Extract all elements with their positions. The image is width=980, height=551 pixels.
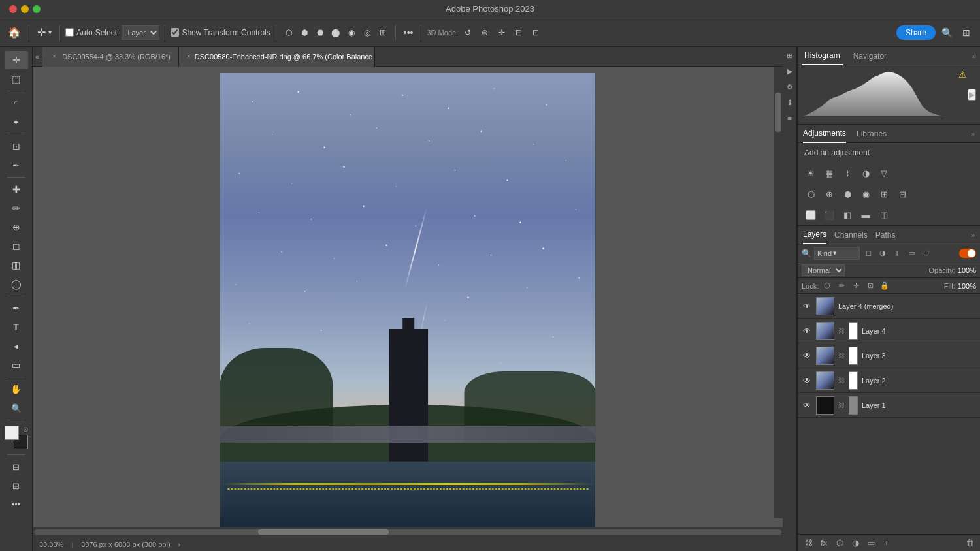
eyedropper-btn[interactable]: ✒	[5, 156, 28, 174]
layer-item-3[interactable]: 👁 ⛓ Layer 3	[798, 343, 980, 368]
gradient-btn[interactable]: ▥	[5, 256, 28, 274]
threshold-btn[interactable]: ◧	[840, 207, 855, 223]
histogram-collapse-btn[interactable]: »	[972, 52, 976, 60]
add-layer-style-btn[interactable]: fx	[817, 537, 830, 550]
share-button[interactable]: Share	[896, 25, 936, 40]
3d-pan-btn[interactable]: ✛	[495, 25, 509, 40]
lock-transparent-btn[interactable]: ⬡	[821, 280, 833, 292]
histogram-tab[interactable]: Histogram	[802, 47, 843, 65]
clone-stamp-btn[interactable]: ⊕	[5, 218, 28, 236]
create-fill-adj-btn[interactable]: ◑	[849, 537, 862, 550]
zoom-tool-btn[interactable]: 🔍	[5, 399, 28, 417]
kind-select[interactable]: Kind ▾	[814, 247, 860, 260]
photo-canvas[interactable]	[220, 73, 596, 527]
vibrance-btn[interactable]: ▽	[876, 165, 892, 181]
align-distribute-btn[interactable]: ⊞	[376, 25, 390, 40]
create-group-btn[interactable]: ▭	[864, 537, 877, 550]
levels-btn[interactable]: ▦	[821, 165, 837, 181]
opacity-value[interactable]: 100%	[958, 266, 976, 274]
create-layer-btn[interactable]: +	[880, 537, 893, 550]
layer-item-4[interactable]: 👁 ⛓ Layer 4	[798, 319, 980, 343]
tab-close-2[interactable]: ×	[187, 53, 191, 61]
home-button[interactable]: 🏠	[5, 24, 24, 42]
close-window-btn[interactable]	[9, 5, 17, 13]
layer-item-4-merged[interactable]: 👁 Layer 4 (merged)	[798, 294, 980, 319]
filter-smart-btn[interactable]: ⊡	[920, 247, 932, 259]
shape-tool-btn[interactable]: ▭	[5, 356, 28, 374]
lock-position-btn[interactable]: ✛	[850, 280, 862, 292]
tab-1[interactable]: × DSC00554-4 @ 33.3% (RGB/16*)	[42, 47, 179, 67]
dodge-btn[interactable]: ◯	[5, 275, 28, 293]
layer-eye-4-merged[interactable]: 👁	[802, 301, 812, 311]
adjustments-tab[interactable]: Adjustments	[803, 125, 846, 143]
lock-all-btn[interactable]: 🔒	[879, 280, 890, 292]
move-tool-btn[interactable]: ✛ ▾	[35, 24, 54, 41]
arrange-windows-btn[interactable]: ⊞	[958, 24, 975, 41]
minimize-window-btn[interactable]	[21, 5, 29, 13]
3d-slide-btn[interactable]: ⊟	[512, 25, 526, 40]
pen-tool-btn[interactable]: ✒	[5, 299, 28, 317]
tab-2[interactable]: × DSC00580-Enhanced-NR.dng @ 66.7% (Colo…	[179, 47, 375, 67]
tab-close-1[interactable]: ×	[50, 53, 58, 61]
horizontal-scrollbar[interactable]	[33, 527, 783, 537]
gradient-map-btn[interactable]: ▬	[858, 207, 874, 223]
quick-mask-btn[interactable]: ⊟	[5, 458, 28, 476]
info-icon-btn[interactable]: ℹ	[784, 97, 796, 108]
channels-tab[interactable]: Channels	[834, 226, 868, 244]
brightness-contrast-btn[interactable]: ☀	[803, 165, 819, 181]
add-layer-mask-btn[interactable]: ⬡	[833, 537, 846, 550]
align-right-btn[interactable]: ⬣	[313, 25, 327, 40]
curves-btn[interactable]: ⌇	[840, 165, 855, 181]
healing-brush-btn[interactable]: ✚	[5, 180, 28, 198]
adjustments-collapse-btn[interactable]: »	[971, 125, 975, 142]
color-swatches[interactable]: ⊙	[5, 426, 28, 449]
autoscroll-select[interactable]: Layer	[122, 25, 159, 40]
selective-color-btn[interactable]: ◫	[876, 207, 892, 223]
more-tools-btn[interactable]: •••	[5, 496, 28, 514]
3d-orbit-btn[interactable]: ⊛	[478, 25, 492, 40]
navigator-tab[interactable]: Navigator	[851, 47, 889, 65]
lock-image-btn[interactable]: ✏	[836, 280, 847, 292]
layers-list[interactable]: 👁 Layer 4 (merged) 👁 ⛓ Layer 4	[798, 294, 980, 534]
exposure-btn[interactable]: ◑	[858, 165, 874, 181]
filter-pixel-btn[interactable]: ◻	[862, 247, 874, 259]
autoscroll-checkbox[interactable]	[65, 28, 74, 37]
settings-icon-btn[interactable]: ⚙	[784, 81, 796, 93]
layers-icon-btn[interactable]: ≡	[784, 112, 796, 124]
foreground-color-swatch[interactable]	[5, 426, 19, 440]
color-lookup-btn[interactable]: ⊟	[894, 186, 910, 202]
tab-collapse-btn[interactable]: «	[33, 53, 42, 61]
align-center-h-btn[interactable]: ⬢	[297, 25, 312, 40]
eraser-btn[interactable]: ◻	[5, 237, 28, 255]
align-center-v-btn[interactable]: ◉	[344, 25, 359, 40]
lasso-tool-btn[interactable]: ◜	[5, 94, 28, 112]
hsl-btn[interactable]: ⬡	[803, 186, 819, 202]
properties-icon-btn[interactable]: ⊞	[784, 50, 796, 61]
reset-colors-icon[interactable]: ⊙	[23, 426, 28, 433]
hand-tool-btn[interactable]: ✋	[5, 380, 28, 398]
layer-eye-3[interactable]: 👁	[802, 351, 812, 361]
lock-artboard-btn[interactable]: ⊡	[864, 280, 876, 292]
link-layers-btn[interactable]: ⛓	[802, 537, 815, 550]
layer-item-2[interactable]: 👁 ⛓ Layer 2	[798, 368, 980, 393]
path-select-btn[interactable]: ◂	[5, 337, 28, 355]
maximize-window-btn[interactable]	[33, 5, 41, 13]
filter-adjustment-btn[interactable]: ◑	[877, 247, 889, 259]
align-bottom-btn[interactable]: ◎	[360, 25, 374, 40]
3d-rotate-btn[interactable]: ↺	[461, 25, 475, 40]
invert-btn[interactable]: ⬜	[803, 207, 819, 223]
layer-eye-1[interactable]: 👁	[802, 400, 812, 411]
type-tool-btn[interactable]: T	[5, 318, 28, 336]
layer-eye-4[interactable]: 👁	[802, 326, 812, 336]
move-tool-panel-btn[interactable]: ✛	[5, 51, 28, 69]
h-scrollbar-thumb[interactable]	[258, 529, 389, 535]
magic-wand-btn[interactable]: ✦	[5, 113, 28, 131]
blend-mode-select[interactable]: Normal	[802, 264, 845, 276]
histogram-refresh-btn[interactable]: ▶	[968, 89, 976, 101]
align-left-btn[interactable]: ⬡	[282, 25, 296, 40]
black-white-btn[interactable]: ⬢	[840, 186, 855, 202]
screen-mode-btn[interactable]: ⊞	[5, 477, 28, 495]
crop-tool-btn[interactable]: ⊡	[5, 137, 28, 155]
transform-controls-checkbox[interactable]	[171, 28, 179, 37]
paths-tab[interactable]: Paths	[875, 226, 896, 244]
